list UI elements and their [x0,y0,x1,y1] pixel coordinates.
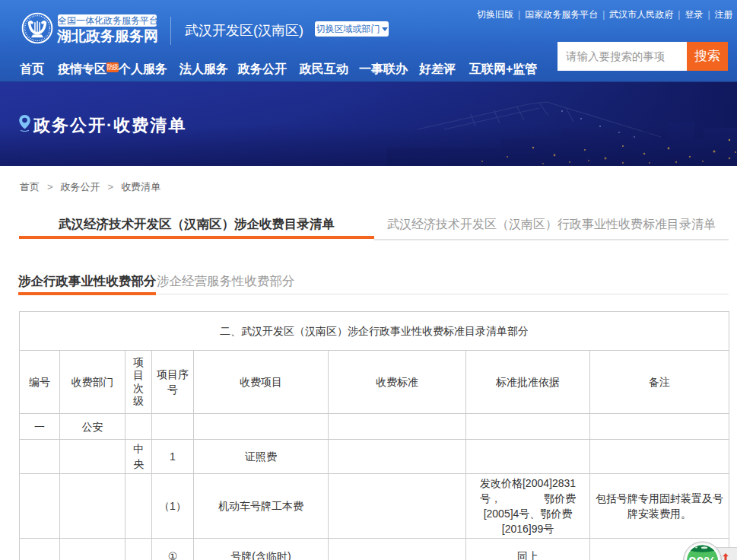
svg-text:90%: 90% [688,555,716,560]
